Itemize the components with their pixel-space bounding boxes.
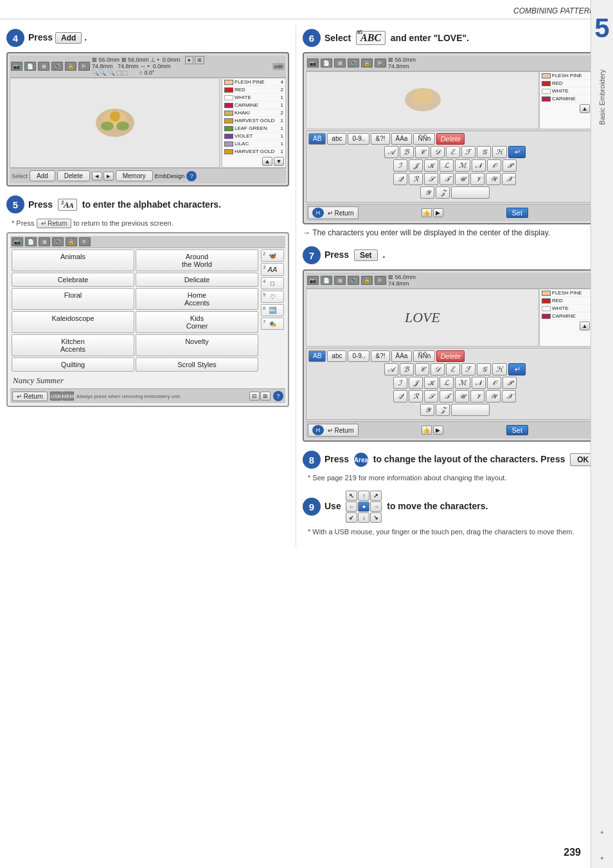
set-btn-keyboard2[interactable]: Set <box>506 425 529 435</box>
help-circle-btn2[interactable]: ? <box>273 391 283 401</box>
thumb-1[interactable]: 👍 <box>422 208 432 217</box>
key2-S[interactable]: 𝒮 <box>424 390 438 402</box>
tab2-symbols[interactable]: &?! <box>371 350 389 362</box>
return-btn-note[interactable]: ↵ Return <box>37 219 72 228</box>
tab-symbols[interactable]: &?! <box>371 133 389 145</box>
memory-btn[interactable]: Memory <box>116 170 153 181</box>
key2-J[interactable]: 𝒥 <box>409 377 423 389</box>
dir-down-right[interactable]: ↘ <box>370 512 382 523</box>
size-down[interactable]: ⊟ <box>249 392 260 401</box>
side-square[interactable]: 4□ <box>261 277 284 289</box>
delete-key2[interactable]: Delete <box>436 350 465 362</box>
key2-V[interactable]: 𝒱 <box>470 390 484 402</box>
delete-btn[interactable]: Delete <box>57 170 90 181</box>
dir-center[interactable]: ● <box>358 502 369 512</box>
thumb-3[interactable]: 👍 <box>422 426 432 435</box>
key-Y[interactable]: 𝒴 <box>420 186 434 199</box>
set-btn-label[interactable]: Set <box>354 249 378 261</box>
tab-accents1[interactable]: ÄÀa <box>391 133 413 145</box>
key2-L[interactable]: ℒ <box>440 377 454 389</box>
return-btn-alpha[interactable]: ↵ Return <box>12 392 48 401</box>
key-E[interactable]: ℰ <box>446 146 460 158</box>
key-G[interactable]: 𝒢 <box>477 146 491 158</box>
abc-select-btn[interactable]: 05 ABC <box>356 31 386 45</box>
tab-accents2[interactable]: ÑÑn <box>413 133 435 145</box>
dir-down[interactable]: ↓ <box>358 512 369 523</box>
up-arrow3[interactable]: ▲ <box>580 321 590 330</box>
alpha-kaleido[interactable]: Kaleidoscope <box>12 311 134 333</box>
key-D[interactable]: 𝒟 <box>431 146 445 158</box>
key2-K[interactable]: 𝒦 <box>424 377 438 389</box>
alpha-home[interactable]: HomeAccents <box>136 288 258 310</box>
help-circle-btn[interactable]: ? <box>186 171 197 181</box>
dir-up-right[interactable]: ↗ <box>370 491 382 501</box>
return-btn-keyboard2[interactable]: H ↵ Return <box>308 424 359 437</box>
key-M[interactable]: ℳ <box>455 159 470 172</box>
thumb-4[interactable]: ▶ <box>433 426 443 435</box>
return-btn-keyboard[interactable]: H ↵ Return <box>308 206 359 219</box>
key2-H[interactable]: ℋ <box>492 363 507 375</box>
alpha-scroll[interactable]: Scroll Styles <box>136 357 258 372</box>
key-F[interactable]: ℱ <box>461 146 475 158</box>
key-W[interactable]: 𝒲 <box>486 173 501 185</box>
alpha-quilting[interactable]: Quilting <box>12 357 134 372</box>
key2-C[interactable]: 𝒞 <box>415 363 429 375</box>
up-arrow[interactable]: ▲ <box>262 157 272 166</box>
alpha-celebrate[interactable]: Celebrate <box>12 273 134 287</box>
tab2-09[interactable]: 0-9.. <box>348 350 369 362</box>
key-B[interactable]: ℬ <box>400 146 414 158</box>
key2-D[interactable]: 𝒟 <box>431 363 445 375</box>
set-btn-keyboard[interactable]: Set <box>506 208 529 218</box>
key-R[interactable]: ℛ <box>409 173 423 185</box>
step5-icon[interactable]: 3AA <box>58 199 77 211</box>
key2-O[interactable]: 𝒪 <box>487 377 501 389</box>
key-L[interactable]: ℒ <box>440 159 454 172</box>
key2-X[interactable]: 𝒳 <box>502 390 516 402</box>
key2-M[interactable]: ℳ <box>455 377 470 389</box>
down-arrow[interactable]: ▼ <box>274 157 284 166</box>
dir-down-left[interactable]: ↙ <box>346 512 357 523</box>
space-key[interactable] <box>451 186 490 199</box>
dir-up[interactable]: ↑ <box>358 491 369 501</box>
dir-left[interactable]: ← <box>346 502 357 512</box>
tab2-accents2[interactable]: ÑÑn <box>413 350 435 362</box>
alpha-kitchen[interactable]: KitchenAccents <box>12 334 134 356</box>
key-Q[interactable]: 𝒬 <box>393 173 407 185</box>
key-K[interactable]: 𝒦 <box>424 159 438 172</box>
key2-Q[interactable]: 𝒬 <box>393 390 407 402</box>
key2-T[interactable]: 𝒯 <box>440 390 454 402</box>
key-J[interactable]: 𝒥 <box>409 159 423 172</box>
tab-abc[interactable]: abc <box>327 133 346 145</box>
key2-P[interactable]: 𝒫 <box>502 377 517 389</box>
add-btn[interactable]: Add <box>30 170 55 181</box>
key-H[interactable]: ℋ <box>492 146 507 158</box>
delete-key[interactable]: Delete <box>436 133 465 145</box>
key2-G[interactable]: 𝒢 <box>477 363 491 375</box>
key2-Y[interactable]: 𝒴 <box>420 404 434 416</box>
side-butterfly[interactable]: 2🦋 <box>261 249 284 262</box>
key2-N[interactable]: 𝒩 <box>472 377 486 389</box>
key2-I[interactable]: ℐ <box>393 377 407 389</box>
key-V[interactable]: 𝒱 <box>470 173 484 185</box>
area-icon[interactable]: Area <box>354 453 368 467</box>
alpha-animals[interactable]: Animals <box>12 249 134 271</box>
alpha-floral[interactable]: Floral <box>12 288 134 310</box>
side-abc[interactable]: 6🔤 <box>261 304 284 316</box>
key-Z[interactable]: 𝒵 <box>436 186 450 199</box>
dir-right[interactable]: → <box>370 502 382 512</box>
size-up[interactable]: ⊞ <box>260 392 271 401</box>
add-button-label[interactable]: Add <box>55 32 82 44</box>
prev-btn[interactable]: ◄ <box>92 172 102 181</box>
enter-key[interactable]: ↵ <box>508 146 526 158</box>
alpha-novelty[interactable]: Novelty <box>136 334 258 356</box>
tab-AB[interactable]: AB <box>308 133 326 145</box>
side-misc[interactable]: 7🎭 <box>261 318 284 330</box>
key-A[interactable]: 𝒜 <box>384 146 398 158</box>
key2-A[interactable]: 𝒜 <box>384 363 398 375</box>
key2-B[interactable]: ℬ <box>400 363 414 375</box>
key-T[interactable]: 𝒯 <box>440 173 454 185</box>
key-X[interactable]: 𝒳 <box>502 173 516 185</box>
alpha-around[interactable]: Aroundthe World <box>136 249 258 271</box>
key2-Z[interactable]: 𝒵 <box>436 404 450 416</box>
key-O[interactable]: 𝒪 <box>487 159 501 172</box>
